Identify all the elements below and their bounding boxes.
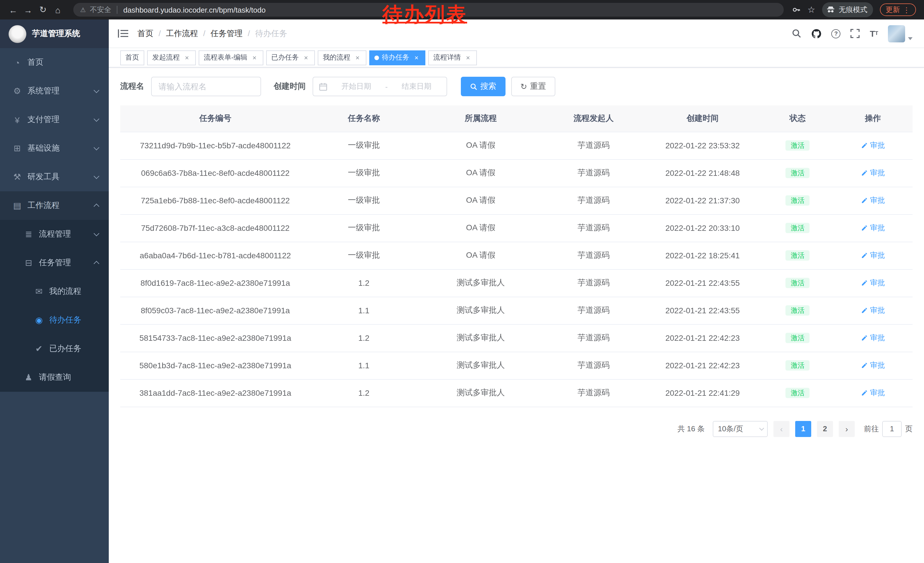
sidebar-item-my-process[interactable]: ✉ 我的流程 bbox=[0, 277, 109, 306]
status-badge: 激活 bbox=[786, 195, 810, 206]
status-badge: 激活 bbox=[786, 278, 810, 288]
cell-initiator: 芋道源码 bbox=[544, 379, 643, 407]
tab-process-form-edit[interactable]: 流程表单-编辑 × bbox=[199, 50, 263, 65]
tab-my-process[interactable]: 我的流程 × bbox=[318, 50, 366, 65]
sidebar-fold-icon[interactable] bbox=[118, 29, 128, 38]
security-label: 不安全 bbox=[90, 5, 111, 15]
breadcrumb-task-management[interactable]: 任务管理 bbox=[211, 29, 255, 39]
tab-home[interactable]: 首页 bbox=[120, 50, 144, 65]
close-icon[interactable]: × bbox=[464, 54, 472, 61]
github-icon[interactable] bbox=[812, 29, 822, 39]
edit-icon bbox=[861, 362, 868, 369]
search-button[interactable]: 搜索 bbox=[461, 77, 506, 96]
cell-task-name: 1.2 bbox=[310, 379, 417, 407]
chevron-down-icon bbox=[94, 87, 99, 93]
question-icon[interactable]: ? bbox=[831, 29, 841, 38]
close-icon[interactable]: × bbox=[354, 54, 361, 61]
date-separator: - bbox=[385, 82, 388, 91]
cell-task-name: 一级审批 bbox=[310, 214, 417, 242]
devtools-icon: ⚒ bbox=[12, 172, 23, 182]
cell-process: 测试多审批人 bbox=[417, 297, 544, 324]
date-range-picker[interactable]: 开始日期 - 结束日期 bbox=[313, 77, 447, 96]
process-name-input[interactable] bbox=[151, 77, 261, 96]
app-logo[interactable]: 芋道管理系统 bbox=[0, 20, 109, 48]
approve-link[interactable]: 审批 bbox=[861, 140, 885, 151]
cell-created: 2022-01-21 22:41:29 bbox=[643, 379, 762, 407]
table-row: 580e1b3d-7ac8-11ec-a9e2-a2380e71991a 1.1… bbox=[120, 352, 912, 379]
create-time-label: 创建时间 bbox=[274, 81, 306, 92]
prev-page-button[interactable]: ‹ bbox=[773, 421, 789, 437]
key-icon[interactable] bbox=[792, 5, 801, 14]
task-management-icon: ⊟ bbox=[23, 258, 34, 268]
table-row: 069c6a63-7b8a-11ec-8ef0-acde48001122 一级审… bbox=[120, 159, 912, 187]
tab-process-detail[interactable]: 流程详情 × bbox=[428, 50, 477, 65]
home-icon[interactable]: ⌂ bbox=[50, 2, 65, 17]
approve-link[interactable]: 审批 bbox=[861, 250, 885, 261]
sidebar-item-leave-query[interactable]: ♟ 请假查询 bbox=[0, 363, 109, 392]
fullscreen-icon[interactable] bbox=[850, 29, 860, 38]
sidebar-item-infrastructure[interactable]: ⊞ 基础设施 bbox=[0, 134, 109, 163]
next-page-button[interactable]: › bbox=[839, 421, 855, 437]
approve-link[interactable]: 审批 bbox=[861, 388, 885, 398]
chevron-up-icon bbox=[94, 204, 99, 209]
table-row: 8f0d1619-7ac8-11ec-a9e2-a2380e71991a 1.2… bbox=[120, 269, 912, 297]
goto-page: 前往 页 bbox=[864, 421, 912, 437]
sidebar-item-home[interactable]: ◔ 首页 bbox=[0, 48, 109, 77]
back-icon[interactable]: ← bbox=[6, 2, 21, 17]
close-icon[interactable]: × bbox=[302, 54, 310, 61]
cell-initiator: 芋道源码 bbox=[544, 324, 643, 352]
caret-down-icon bbox=[908, 37, 912, 40]
breadcrumb-workflow[interactable]: 工作流程 bbox=[166, 29, 211, 39]
sidebar: 芋道管理系统 ◔ 首页 ⚙ 系统管理 ¥ 支付管理 ⊞ 基础设施 bbox=[0, 20, 109, 563]
cell-created: 2022-01-22 20:33:10 bbox=[643, 214, 762, 242]
sidebar-item-done-tasks[interactable]: ✔ 已办任务 bbox=[0, 335, 109, 363]
close-icon[interactable]: × bbox=[413, 54, 420, 61]
cell-task-id: 58154733-7ac8-11ec-a9e2-a2380e71991a bbox=[120, 324, 310, 352]
approve-link[interactable]: 审批 bbox=[861, 360, 885, 371]
sidebar-item-devtools[interactable]: ⚒ 研发工具 bbox=[0, 163, 109, 191]
close-icon[interactable]: × bbox=[183, 54, 190, 61]
font-size-icon[interactable]: TT bbox=[870, 29, 878, 38]
approve-link[interactable]: 审批 bbox=[861, 223, 885, 233]
reset-button[interactable]: ↻ 重置 bbox=[511, 77, 555, 96]
app-window: 芋道管理系统 ◔ 首页 ⚙ 系统管理 ¥ 支付管理 ⊞ 基础设施 bbox=[0, 20, 924, 563]
goto-page-input[interactable] bbox=[882, 421, 902, 437]
cell-process: 测试多审批人 bbox=[417, 324, 544, 352]
page-button-2[interactable]: 2 bbox=[817, 421, 833, 437]
cell-status: 激活 bbox=[762, 242, 833, 269]
user-menu[interactable] bbox=[888, 25, 912, 42]
cell-task-id: 8f059c03-7ac8-11ec-a9e2-a2380e71991a bbox=[120, 297, 310, 324]
page-size-select[interactable]: 10条/页 bbox=[713, 421, 768, 437]
browser-update-button[interactable]: 更新 ⋮ bbox=[880, 3, 916, 16]
cell-task-name: 1.1 bbox=[310, 352, 417, 379]
sidebar-item-system[interactable]: ⚙ 系统管理 bbox=[0, 77, 109, 105]
tab-start-process[interactable]: 发起流程 × bbox=[147, 50, 196, 65]
sidebar-item-process-management[interactable]: ≣ 流程管理 bbox=[0, 220, 109, 249]
close-icon[interactable]: × bbox=[251, 54, 258, 61]
approve-link[interactable]: 审批 bbox=[861, 195, 885, 206]
reload-icon[interactable]: ↻ bbox=[36, 2, 50, 17]
sidebar-item-workflow[interactable]: ▤ 工作流程 bbox=[0, 191, 109, 220]
col-action: 操作 bbox=[833, 105, 912, 132]
navbar: 首页 工作流程 任务管理 待办任务 ? bbox=[109, 20, 924, 48]
bookmark-star-icon[interactable]: ☆ bbox=[807, 5, 815, 15]
logo-image bbox=[9, 25, 26, 43]
tab-done-tasks[interactable]: 已办任务 × bbox=[266, 50, 315, 65]
kebab-menu-icon[interactable]: ⋮ bbox=[903, 6, 910, 14]
approve-link[interactable]: 审批 bbox=[861, 278, 885, 288]
breadcrumb-home[interactable]: 首页 bbox=[137, 29, 166, 39]
process-management-icon: ≣ bbox=[23, 229, 34, 239]
search-icon[interactable] bbox=[792, 29, 802, 38]
workflow-submenu: ≣ 流程管理 ⊟ 任务管理 ✉ 我的流程 ◉ 待办任务 bbox=[0, 220, 109, 392]
cell-action: 审批 bbox=[833, 297, 912, 324]
sidebar-item-payment[interactable]: ¥ 支付管理 bbox=[0, 105, 109, 134]
incognito-badge[interactable]: 无痕模式 bbox=[822, 2, 873, 17]
approve-link[interactable]: 审批 bbox=[861, 305, 885, 315]
tab-todo-tasks[interactable]: 待办任务 × bbox=[369, 50, 425, 65]
forward-icon[interactable]: → bbox=[21, 2, 36, 17]
approve-link[interactable]: 审批 bbox=[861, 168, 885, 178]
page-button-1[interactable]: 1 bbox=[795, 421, 811, 437]
sidebar-item-todo-tasks[interactable]: ◉ 待办任务 bbox=[0, 306, 109, 335]
approve-link[interactable]: 审批 bbox=[861, 333, 885, 343]
sidebar-item-task-management[interactable]: ⊟ 任务管理 bbox=[0, 249, 109, 277]
